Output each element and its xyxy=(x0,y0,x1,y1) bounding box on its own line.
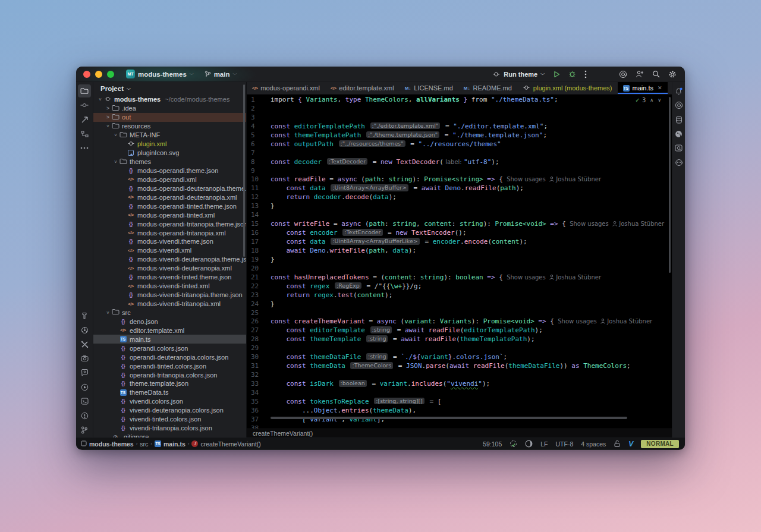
search-everywhere-icon[interactable] xyxy=(652,70,660,78)
tree-item[interactable]: >resources xyxy=(93,122,246,131)
caret-position[interactable]: 59:105 xyxy=(483,440,502,448)
tool-window-button-terminal[interactable] xyxy=(78,395,91,408)
inspections-widget[interactable]: ✓ 3 ∧ ∨ xyxy=(633,96,663,104)
tree-chevron-icon[interactable]: > xyxy=(105,123,111,130)
tree-item[interactable]: {}vivendi.colors.json xyxy=(93,397,246,406)
tree-item[interactable]: >META-INF xyxy=(93,131,246,140)
code-with-me-icon[interactable] xyxy=(636,70,644,78)
tree-item[interactable]: {}operandi-deuteranopia.colors.json xyxy=(93,352,246,361)
tree-item[interactable]: </>modus-operandi.xml xyxy=(93,175,246,184)
tree-item[interactable]: TSthemeData.ts xyxy=(93,388,246,397)
tool-window-button-build-hammer[interactable] xyxy=(78,309,91,322)
tree-item[interactable]: {}deno.json xyxy=(93,317,246,326)
tool-window-button-database[interactable] xyxy=(672,113,685,126)
line-separator-indicator[interactable]: LF xyxy=(540,440,548,448)
tree-item[interactable]: >src xyxy=(93,309,246,317)
tool-window-button-commit[interactable] xyxy=(78,99,91,112)
tree-item[interactable]: >.idea xyxy=(93,104,246,113)
tree-item[interactable]: </>modus-vivendi.xml xyxy=(93,246,246,255)
tree-chevron-icon[interactable]: > xyxy=(105,309,111,316)
tool-window-button-project[interactable] xyxy=(78,84,91,97)
tree-item[interactable]: >themes xyxy=(93,158,246,166)
tree-item[interactable]: {}modus-vivendi.theme.json xyxy=(93,237,246,246)
tree-item[interactable]: {}modus-operandi-tritanopia.theme.json xyxy=(93,219,246,228)
breadcrumb-item[interactable]: src xyxy=(140,440,148,448)
tool-window-button-more-dots[interactable] xyxy=(78,141,91,155)
settings-gear-icon[interactable] xyxy=(668,70,677,78)
tree-item[interactable]: {}operandi-tritanopia.colors.json xyxy=(93,370,246,379)
tool-window-button-services[interactable] xyxy=(78,323,91,336)
power-save-mode-icon[interactable] xyxy=(525,440,533,448)
editor-horizontal-scrollbar[interactable] xyxy=(271,417,627,419)
tree-item[interactable]: ⊘.gitignore xyxy=(93,433,246,437)
run-button[interactable] xyxy=(553,71,560,78)
tree-chevron-icon[interactable]: > xyxy=(113,132,118,138)
tree-item[interactable]: plugin.xml xyxy=(93,140,246,149)
tree-item[interactable]: </>modus-vivendi-tinted.xml xyxy=(93,282,246,291)
ideavim-icon[interactable]: V xyxy=(628,440,633,448)
indent-indicator[interactable]: 4 spaces xyxy=(581,440,606,448)
tree-item[interactable]: {}vivendi-tritanopia.colors.json xyxy=(93,424,246,433)
tree-item[interactable]: {}vivendi-deuteranopia.colors.json xyxy=(93,406,246,415)
inspections-status-icon[interactable] xyxy=(510,440,517,448)
project-scrollbar[interactable] xyxy=(243,84,245,257)
breadcrumb-item[interactable]: TSmain.ts xyxy=(155,440,185,448)
code-area[interactable]: import { Variants, type ThemeColors, all… xyxy=(271,95,672,429)
tool-window-button-git-branch[interactable] xyxy=(78,423,91,436)
tree-item[interactable]: </>modus-vivendi-tritanopia.xml xyxy=(93,300,246,309)
tree-item[interactable]: </>modus-vivendi-deuteranopia.xml xyxy=(93,264,246,273)
tree-chevron-icon[interactable]: > xyxy=(113,159,118,165)
maximize-window-button[interactable] xyxy=(107,71,114,78)
tree-item[interactable]: </>modus-operandi-tritanopia.xml xyxy=(93,228,246,237)
tree-item[interactable]: {}modus-operandi-tinted.theme.json xyxy=(93,202,246,210)
close-tab-icon[interactable]: ✕ xyxy=(658,85,662,91)
editor-tab-main-ts[interactable]: TSmain.ts✕ xyxy=(618,82,668,94)
tool-window-button-documentation[interactable] xyxy=(672,141,685,155)
tree-item[interactable]: {}modus-vivendi-deuteranopia.theme.json xyxy=(93,255,246,264)
tool-window-button-notifications-bell[interactable] xyxy=(672,84,685,97)
tree-item-selected[interactable]: TSmain.ts xyxy=(93,335,246,344)
tool-window-button-profiler[interactable] xyxy=(78,352,91,365)
tree-item[interactable]: {}modus-vivendi-tinted.theme.json xyxy=(93,273,246,282)
minimize-window-button[interactable] xyxy=(95,71,102,78)
tool-window-button-ai-chat[interactable] xyxy=(78,366,91,379)
tool-window-button-ai-assistant[interactable] xyxy=(672,99,685,112)
ai-assistant-titlebar-icon[interactable] xyxy=(619,70,627,78)
editor-tab-readme-md[interactable]: M↓README.md xyxy=(458,82,517,94)
tree-item[interactable]: {}modus-vivendi-tritanopia.theme.json xyxy=(93,291,246,300)
tree-item[interactable]: >modus-themes~/code/modus-themes xyxy=(93,95,246,104)
prev-problem-arrow[interactable]: ∧ xyxy=(650,97,653,103)
tool-window-button-run[interactable] xyxy=(78,380,91,394)
tool-window-button-structure[interactable] xyxy=(78,127,91,140)
code-editor[interactable]: 1234567891011121314151617181920212223242… xyxy=(247,95,672,429)
tree-chevron-icon[interactable]: > xyxy=(98,96,103,103)
chevron-down-icon[interactable]: ⌵ xyxy=(127,86,131,91)
tree-chevron-icon[interactable]: > xyxy=(105,114,111,120)
editor-tab-editor-template-xml[interactable]: </>editor.template.xml xyxy=(325,82,400,94)
tree-item[interactable]: pluginIcon.svg xyxy=(93,149,246,158)
tree-chevron-icon[interactable]: > xyxy=(105,105,111,111)
tree-item[interactable]: {}theme.template.json xyxy=(93,379,246,388)
tool-window-button-problems[interactable] xyxy=(78,409,91,422)
run-configuration-selector[interactable]: Run theme ⌵ xyxy=(492,71,545,78)
project-widget[interactable]: MT modus-themes ⌵ xyxy=(122,68,197,80)
lock-open-icon[interactable] xyxy=(614,440,621,448)
editor-tab-license-md[interactable]: M↓LICENSE.md xyxy=(400,82,458,94)
tree-item[interactable]: {}modus-operandi-deuteranopia.theme.json xyxy=(93,184,246,193)
breadcrumb-item[interactable]: modus-themes xyxy=(81,440,134,448)
breadcrumb-item[interactable]: fcreateThemeVariant() xyxy=(191,440,260,448)
tree-item[interactable]: {}operandi.colors.json xyxy=(93,344,246,352)
tree-item[interactable]: >out xyxy=(93,113,246,122)
tree-item[interactable]: </>editor.template.xml xyxy=(93,326,246,335)
tool-window-button-deno[interactable] xyxy=(672,127,685,140)
tree-item[interactable]: </>modus-operandi-tinted.xml xyxy=(93,210,246,219)
editor-tab-plugin-xml-modus-themes-[interactable]: plugin.xml (modus-themes) xyxy=(517,82,618,94)
next-problem-arrow[interactable]: ∨ xyxy=(658,97,661,103)
tool-window-button-vcs-update[interactable] xyxy=(78,113,91,126)
tree-item[interactable]: {}operandi-tinted.colors.json xyxy=(93,361,246,370)
encoding-indicator[interactable]: UTF-8 xyxy=(556,440,574,448)
more-actions-kebab-icon[interactable] xyxy=(584,70,587,78)
tree-item[interactable]: {}vivendi-tinted.colors.json xyxy=(93,415,246,424)
sticky-context-line[interactable]: createThemeVariant() xyxy=(247,429,672,437)
tool-window-button-copilot-robot[interactable] xyxy=(672,156,685,169)
